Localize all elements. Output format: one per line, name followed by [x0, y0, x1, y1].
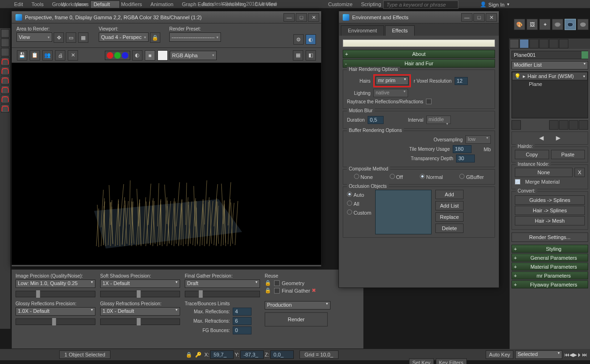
render-framewin-icon[interactable]: 🖼 [527, 19, 538, 30]
none-button[interactable]: None [515, 168, 573, 177]
print-icon[interactable]: 🖨 [55, 50, 65, 61]
guides-splines-button[interactable]: Guides -> Splines [515, 195, 585, 205]
render-settings-button[interactable]: Render Settings... [511, 232, 588, 242]
maxrefr-input[interactable]: 6 [233, 317, 252, 325]
radio-auto[interactable]: Auto [347, 192, 371, 198]
gf-slider[interactable] [100, 318, 180, 325]
stack-icon3[interactable] [569, 120, 578, 130]
modify-tab-icon[interactable] [519, 39, 529, 48]
duration-input[interactable]: 0,5 [368, 116, 384, 124]
signin-button[interactable]: 👤 Sign In ▼ [480, 1, 510, 8]
motion-tab-icon[interactable] [539, 39, 549, 48]
lock-icon[interactable]: 🔒 [150, 32, 160, 43]
ss-slider[interactable] [100, 291, 180, 297]
menu-tools[interactable]: Tools [31, 1, 44, 7]
goto-start-icon[interactable]: ⏮ [564, 352, 569, 357]
rollout-general[interactable]: +General Parameters [511, 254, 588, 262]
magnet-icon[interactable] [1, 57, 9, 66]
rollout-styling[interactable]: +Styling [511, 245, 588, 253]
voxel-input[interactable]: 12 [455, 77, 468, 85]
y-input[interactable]: -87,3_ [240, 350, 264, 359]
mod-hairfur[interactable]: 💡▸Hair and Fur (WSM) [512, 72, 588, 80]
minimize-button[interactable]: — [283, 13, 295, 22]
merge-checkbox[interactable]: ✓ [515, 179, 520, 185]
object-color-swatch[interactable] [582, 51, 588, 59]
workspace-selector[interactable]: Default [90, 0, 120, 8]
clone-icon[interactable]: 👥 [42, 50, 53, 61]
magnet6-icon[interactable] [1, 104, 9, 113]
teapot2-icon[interactable] [577, 19, 589, 30]
stack-icon4[interactable] [579, 120, 588, 130]
paste-button[interactable]: Paste [551, 150, 585, 159]
fg-slider[interactable] [185, 291, 260, 297]
render-button[interactable]: Render [265, 312, 328, 326]
autokey-label[interactable]: Auto Key [486, 350, 513, 359]
copy-button[interactable]: Copy [515, 150, 549, 159]
close-button[interactable]: ✕ [308, 13, 319, 22]
viewport-dropdown[interactable]: Quad 4 - Perspec [99, 32, 149, 42]
area-icon3[interactable]: ▦ [78, 32, 88, 43]
teapot-icon[interactable] [552, 19, 563, 30]
clear-icon[interactable]: ✕ [68, 50, 78, 61]
play-icon[interactable]: ▶ [573, 352, 577, 358]
env-btn[interactable]: ◐ [306, 34, 316, 45]
white-icon[interactable] [157, 50, 168, 61]
stack-icon2[interactable] [559, 120, 568, 130]
ss-dropdown[interactable]: 1X - Default [100, 279, 180, 288]
td-input[interactable]: 30 [456, 155, 475, 163]
save-icon[interactable]: 💾 [17, 50, 27, 61]
magnet4-icon[interactable] [1, 85, 9, 94]
mono-icon[interactable]: ■ [145, 50, 155, 61]
red-channel[interactable] [107, 52, 113, 59]
hair-mesh-button[interactable]: Hair -> Mesh [515, 216, 585, 225]
maxrefl-input[interactable]: 4 [233, 308, 252, 316]
next-preset-icon[interactable]: ► [555, 134, 562, 142]
radio-off[interactable]: Off [390, 174, 403, 180]
goto-end-icon[interactable]: ⏭ [582, 352, 587, 357]
gr-dropdown[interactable]: 1.0X - Default [16, 307, 95, 316]
target-icon[interactable]: ✦ [539, 19, 551, 30]
menu-animation[interactable]: Animation [150, 1, 173, 7]
occlusion-listbox[interactable] [375, 190, 432, 234]
menu-edit[interactable]: Edit [14, 1, 23, 7]
rollout-about[interactable]: +About [343, 50, 495, 58]
env-maximize[interactable]: □ [473, 13, 485, 22]
pin-stack-icon[interactable] [511, 120, 521, 130]
maximize-button[interactable]: □ [296, 13, 307, 22]
green-channel[interactable] [114, 52, 121, 59]
hairs-dropdown[interactable]: mr prim [376, 77, 409, 85]
toggle-icon[interactable]: ◧ [306, 50, 316, 61]
replace-button[interactable]: Replace [435, 212, 464, 222]
addlist-button[interactable]: Add List [435, 201, 464, 210]
fg-dropdown[interactable]: Draft [185, 279, 260, 288]
add-button[interactable]: Add [435, 190, 464, 199]
raytrace-checkbox[interactable] [426, 99, 432, 104]
setkey-label[interactable]: Set Key [409, 358, 434, 364]
utilities-tab-icon[interactable] [559, 39, 568, 48]
z-input[interactable]: 0,0_ [270, 350, 294, 359]
render-setup-icon[interactable]: 🎨 [514, 19, 525, 30]
magnet3-icon[interactable] [1, 76, 9, 85]
magnet2-icon[interactable] [1, 67, 9, 75]
rollout-flyaway[interactable]: +Flyaway Parameters [511, 280, 588, 288]
channel-dropdown[interactable]: RGB Alpha [170, 51, 217, 60]
snap3-icon[interactable] [1, 48, 9, 56]
stack-icon1[interactable] [549, 120, 559, 130]
radio-gbuffer[interactable]: GBuffer [459, 174, 484, 180]
preset-dropdown[interactable]: ------------------------- [169, 32, 221, 42]
mod-plane[interactable]: Plane [512, 80, 588, 88]
radio-normal[interactable]: Normal [420, 174, 443, 180]
keymode-dropdown[interactable]: Selected [515, 350, 562, 359]
object-name-input[interactable] [511, 51, 588, 59]
x-input[interactable]: 59,7_ [210, 350, 234, 359]
fg-checkbox[interactable] [274, 288, 280, 294]
interval-dropdown[interactable]: middle [426, 116, 451, 124]
area-icon1[interactable]: ✥ [54, 32, 64, 43]
rollout-mr[interactable]: +mr Parameters [511, 271, 588, 279]
key-icon[interactable]: 🔑 [195, 352, 202, 358]
create-tab-icon[interactable] [510, 39, 519, 48]
snap-icon[interactable] [1, 29, 9, 38]
tab-environment[interactable]: Environment [341, 25, 384, 36]
area-dropdown[interactable]: View [16, 32, 52, 42]
menu-modifiers[interactable]: Modifiers [121, 1, 142, 7]
